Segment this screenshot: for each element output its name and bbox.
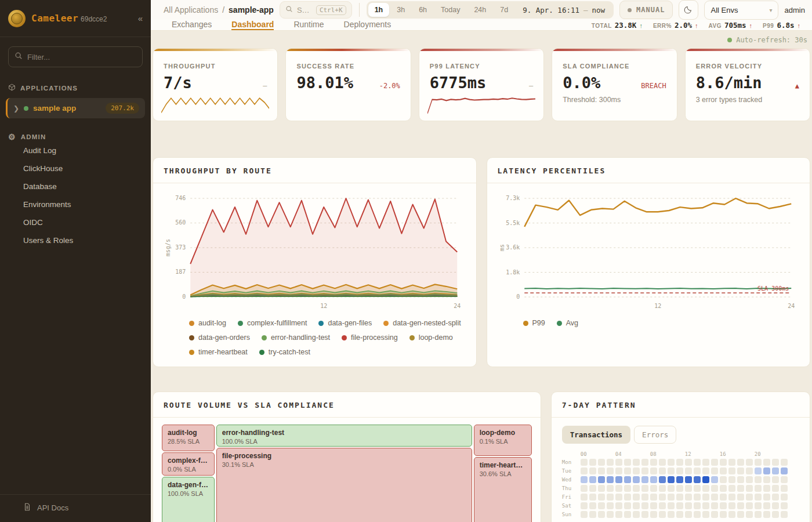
heatmap-cell [581,511,588,518]
treemap-tile-data-gen-files[interactable]: data-gen-files100.0% SLA [162,477,215,522]
treemap-tile-file-processing[interactable]: file-processing30.1% SLA [216,448,472,522]
range-7d[interactable]: 7d [494,3,514,17]
heatmap-cell [641,494,648,501]
treemap-tile-loop-demo[interactable]: loop-demo0.1% SLA [474,425,532,456]
tab-runtime[interactable]: Runtime [293,20,324,30]
stat-value: 6.8s [777,21,794,30]
legend-timer-heartbeat[interactable]: timer-heartbeat [189,348,248,356]
sidebar-filter[interactable] [8,46,143,67]
sidebar-item-sample-app[interactable]: ❯ sample app 207.2k [6,98,145,118]
topbar: All Applications / sample-app Ctrl+K 1h3… [151,0,812,20]
range-6h[interactable]: 6h [412,3,433,17]
heatmap-cell [633,485,640,492]
legend-dot-icon [383,321,389,326]
sidebar: Cameleer69dcce2 « APPLICATIONS ❯ sample … [0,0,151,522]
stat-avg: AVG705ms↑ [709,21,753,30]
legend-complex-fulfillment[interactable]: complex-fulfillment [238,319,307,327]
heatmap-cell [598,467,605,474]
treemap-tile-error-handling-test[interactable]: error-handling-test100.0% SLA [216,425,472,447]
heatmap-cell [755,502,762,509]
legend-data-gen-nested-split[interactable]: data-gen-nested-split [383,319,461,327]
heatmap-cell [772,494,779,501]
heatmap-cell [720,511,727,518]
toggle-errors[interactable]: Errors [634,426,676,444]
hour-label [781,451,789,457]
sidebar-item-environments[interactable]: Environments [0,195,151,213]
user-menu[interactable]: admin [784,6,806,14]
tile-route-name: data-gen-files [168,481,209,489]
svg-text:3.6k: 3.6k [506,244,520,251]
panel-title: 7-DAY PATTERN [552,392,810,418]
heatmap-row-thu: Thu [562,485,799,492]
range-24h[interactable]: 24h [467,3,492,17]
heatmap-cell [633,494,640,501]
tab-deployments[interactable]: Deployments [344,20,392,30]
panel-title: THROUGHPUT BY ROUTE [153,158,476,183]
sidebar-collapse-button[interactable]: « [138,13,143,23]
treemap-tile-timer-heartbeat[interactable]: timer-heartbeat30.6% SLA [474,457,532,522]
heatmap-cell [728,511,735,518]
legend-error-handling-test[interactable]: error-handling-test [262,334,330,342]
range-today[interactable]: Today [434,3,466,17]
breadcrumb-all-applications[interactable]: All Applications [164,5,218,14]
heatmap-cell [589,476,596,483]
legend-file-processing[interactable]: file-processing [342,334,398,342]
heatmap-cell [702,459,709,466]
hour-label: 00 [581,451,589,457]
heatmap-cell [624,494,631,501]
sidebar-item-users-roles[interactable]: Users & Roles [0,231,151,249]
heatmap-cell [746,502,753,509]
legend-dot-icon [238,321,243,326]
sidebar-item-database[interactable]: Database [0,177,151,195]
stat-p99: P996.8s↑ [763,21,800,30]
sidebar-item-api-docs[interactable]: API Docs [0,494,151,522]
heatmap-cell [615,476,622,483]
environment-select[interactable]: All Envs ▾ [704,1,778,20]
heatmap-cell [676,467,683,474]
heatmap-cell [746,485,753,492]
dark-mode-toggle[interactable] [679,0,698,20]
heatmap-cell [694,485,701,492]
range-3h[interactable]: 3h [390,3,411,17]
tab-dashboard[interactable]: Dashboard [231,20,274,30]
heatmap-cell [615,467,622,474]
kpi-value-row: 0.0%BREACH [563,74,666,92]
applications-section-label: APPLICATIONS [0,84,151,92]
filter-input[interactable] [27,53,136,61]
svg-text:5.5k: 5.5k [506,220,520,226]
treemap-tile-complex-fulfillment[interactable]: complex-fulfillment0.0% SLA [162,452,215,476]
range-1h[interactable]: 1h [368,3,390,17]
heatmap-cell [720,485,727,492]
legend-data-gen-files[interactable]: data-gen-files [318,319,372,327]
sidebar-item-oidc[interactable]: OIDC [0,213,151,231]
treemap-tile-audit-log[interactable]: audit-log28.5% SLA [162,425,215,451]
hour-label [676,451,685,457]
tab-exchanges[interactable]: Exchanges [172,20,212,30]
legend-dot-icon [409,335,415,340]
kpi-p99-latency: P99 LATENCY6775ms– [419,48,544,121]
sidebar-item-clickhouse[interactable]: ClickHouse [0,160,151,177]
sidebar-item-audit-log[interactable]: Audit Log [0,142,151,160]
heatmap-cell [650,476,657,483]
heatmap-cell [720,502,727,509]
legend-audit-log[interactable]: audit-log [189,319,226,327]
legend-data-gen-orders[interactable]: data-gen-orders [189,334,250,342]
legend-try-catch-test[interactable]: try-catch-test [259,348,310,356]
heatmap-cell [598,476,605,483]
manual-refresh-button[interactable]: MANUAL [619,1,673,19]
heatmap-cell [589,459,596,466]
search-input[interactable] [297,6,312,14]
legend-p99[interactable]: P99 [523,319,545,327]
legend-loop-demo[interactable]: loop-demo [409,334,453,342]
heatmap-cell [746,459,753,466]
heatmap-cell [650,459,657,466]
panel-title: LATENCY PERCENTILES [487,158,810,183]
date-range-picker[interactable]: 9. Apr. 16:11 — now [516,6,612,14]
global-search[interactable]: Ctrl+K [280,1,352,19]
hour-label: 04 [615,451,624,457]
toggle-transactions[interactable]: Transactions [562,426,630,444]
heatmap-cell [650,494,657,501]
legend-avg[interactable]: Avg [557,319,578,327]
heatmap-cell [633,511,640,518]
heatmap-cell [607,467,614,474]
